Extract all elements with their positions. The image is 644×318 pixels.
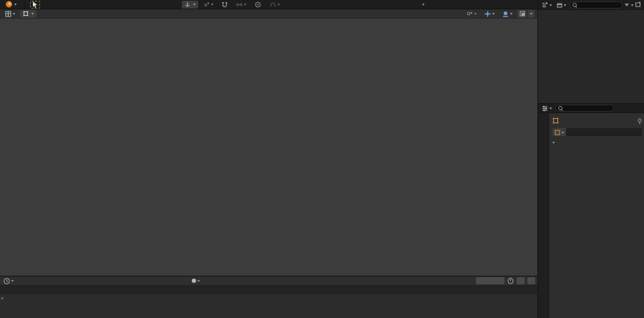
- outliner-filter-dropdown[interactable]: ▾: [540, 1, 553, 9]
- new-collection-icon[interactable]: [635, 1, 642, 8]
- transform-orientation-dropdown[interactable]: ▾: [182, 1, 198, 9]
- clock-icon: [4, 278, 10, 284]
- outliner-scene-icon: [557, 2, 562, 8]
- mesh-cube-icon: [555, 130, 560, 135]
- falloff-curve-icon: [270, 1, 276, 7]
- outliner-display-icon: [542, 2, 548, 8]
- properties-editor-dropdown[interactable]: ▾: [540, 105, 553, 112]
- properties-editor: ▾ ▾ ▾: [537, 104, 644, 318]
- shading-dropdown[interactable]: ▾: [528, 10, 535, 18]
- object-mode-icon: [23, 11, 29, 16]
- timeline-header: ▾ ▾: [0, 276, 537, 286]
- options-dropdown[interactable]: ▾: [418, 1, 427, 9]
- snap-increment-icon: [204, 1, 210, 7]
- search-icon: [572, 3, 577, 7]
- filter-icon[interactable]: [625, 4, 629, 6]
- snap-target-dropdown[interactable]: ▾: [233, 1, 249, 9]
- viewport-editor-icon: [5, 11, 11, 17]
- blender-menu-button[interactable]: ▾: [2, 1, 19, 9]
- timeline-tracks[interactable]: ▸: [0, 294, 537, 318]
- timeline-ruler[interactable]: [0, 286, 537, 294]
- current-frame-field[interactable]: [476, 277, 504, 284]
- outliner: ▾ ▾ ▾: [537, 0, 644, 104]
- snapping-dropdown[interactable]: ▾: [201, 1, 216, 9]
- orientation-icon: [185, 1, 190, 7]
- caret-down-icon: ▾: [14, 2, 16, 6]
- scene-canvas: [0, 19, 537, 276]
- object-icon: [552, 117, 559, 124]
- mode-dropdown[interactable]: ▾: [20, 10, 36, 18]
- overlays-dropdown[interactable]: ▾: [499, 10, 515, 18]
- end-frame-field[interactable]: [527, 277, 535, 284]
- topbar: ▾ ▾ ▾ ▾: [0, 0, 537, 9]
- outliner-tree: [538, 10, 644, 11]
- object-name-row: ▾: [552, 128, 642, 136]
- properties-tab-column: [538, 113, 550, 318]
- blender-logo-icon: [5, 1, 13, 8]
- object-visibility-dropdown[interactable]: ▾: [464, 10, 479, 18]
- gizmos-icon: [484, 11, 491, 17]
- proportional-editing-button[interactable]: [252, 1, 264, 9]
- timeline-editor-dropdown[interactable]: ▾: [2, 277, 15, 285]
- outliner-header: ▾ ▾ ▾: [538, 0, 644, 10]
- properties-editor-icon: [542, 105, 548, 112]
- properties-panel: ▾ ▾: [550, 113, 644, 318]
- magnet-icon: [222, 1, 228, 8]
- start-frame-field[interactable]: [517, 277, 525, 284]
- xray-toggle-button[interactable]: [517, 10, 527, 18]
- snap-target-icon: [236, 2, 243, 7]
- viewport-3d[interactable]: [0, 19, 537, 276]
- stopwatch-icon[interactable]: [507, 277, 514, 284]
- pin-icon[interactable]: [637, 118, 643, 125]
- record-icon: [192, 279, 196, 283]
- cursor-icon: [32, 1, 38, 8]
- viewport-header: ▾ ▾ ▾ ▾ ▾ ▾: [0, 9, 537, 19]
- panel-expand-icon: ▾: [552, 140, 555, 145]
- outliner-mode-dropdown[interactable]: ▾: [555, 1, 567, 9]
- snap-toggle-button[interactable]: [219, 1, 230, 9]
- properties-search-input[interactable]: [555, 105, 614, 112]
- editor-type-dropdown[interactable]: ▾: [2, 10, 18, 18]
- divider: [24, 1, 25, 8]
- properties-header: ▾: [538, 104, 644, 113]
- channels-expand-icon[interactable]: ▸: [1, 296, 4, 300]
- timeline: ▾ ▾ ▸: [0, 276, 537, 318]
- xray-icon: [519, 11, 525, 16]
- search-icon: [558, 106, 562, 110]
- breadcrumb: [552, 117, 561, 124]
- object-type-dropdown[interactable]: ▾: [552, 128, 566, 136]
- proportional-editing-icon: [255, 1, 261, 8]
- active-tool-indicator[interactable]: [30, 1, 40, 9]
- object-name-field[interactable]: [566, 128, 642, 136]
- auto-keying-button[interactable]: ▾: [190, 277, 202, 285]
- blender-window: ▾ ▾ ▾ ▾: [0, 0, 644, 318]
- filter-caret-icon[interactable]: ▾: [631, 3, 633, 7]
- transform-panel-header[interactable]: ▾: [552, 140, 557, 145]
- overlays-icon: [502, 11, 509, 17]
- proportional-falloff-dropdown[interactable]: ▾: [267, 1, 283, 9]
- gizmos-dropdown[interactable]: ▾: [482, 10, 497, 18]
- object-visibility-icon: [467, 11, 473, 16]
- outliner-search-input[interactable]: [570, 1, 623, 9]
